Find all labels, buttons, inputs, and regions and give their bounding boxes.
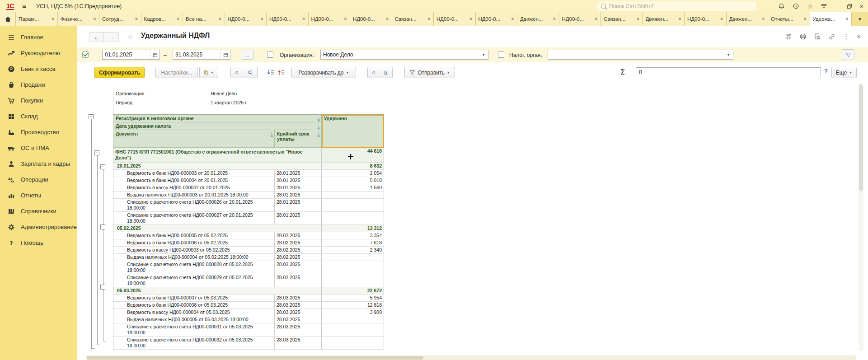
tab[interactable]: НД00-0...× bbox=[225, 12, 267, 26]
sidebar-item-factory[interactable]: Производство bbox=[0, 124, 77, 140]
document-cell[interactable]: Выдача наличных НД00-000004 от 05.02.202… bbox=[113, 254, 274, 261]
tab-close-icon[interactable]: × bbox=[845, 16, 849, 22]
tax-authority-checkbox[interactable] bbox=[498, 51, 504, 58]
sidebar-item-person[interactable]: Зарплата и кадры bbox=[0, 156, 77, 172]
deadline-cell[interactable]: 28.01.2025 bbox=[274, 177, 321, 184]
period-from-field[interactable]: 01.01.2025 bbox=[102, 50, 160, 60]
collapse-groups-icon[interactable] bbox=[267, 69, 276, 76]
history-icon[interactable] bbox=[793, 3, 799, 9]
add-favorite-star-icon[interactable]: ☆ bbox=[127, 33, 134, 41]
amount-cell[interactable]: 2 340 bbox=[321, 247, 384, 253]
tab[interactable]: Сотруд...× bbox=[99, 12, 141, 26]
document-cell[interactable]: Ведомость в банк НД00-000005 от 05.02.20… bbox=[113, 232, 274, 239]
sidebar-item-menu[interactable]: Главное bbox=[0, 29, 77, 45]
deadline-cell[interactable]: 28.03.2025 bbox=[274, 316, 321, 323]
tab[interactable]: Физиче...× bbox=[58, 12, 100, 26]
deadline-cell[interactable]: 28.02.2025 bbox=[274, 254, 321, 261]
amount-cell[interactable]: 3 900 bbox=[321, 309, 384, 316]
tab[interactable]: Парам...× bbox=[16, 12, 58, 26]
group-collapse-button[interactable]: − bbox=[94, 150, 99, 155]
more-button[interactable]: Еще▼ bbox=[831, 67, 857, 78]
document-cell[interactable]: Ведомость в кассу НД00-000004 от 05.03.2… bbox=[113, 309, 274, 316]
sidebar-item-help[interactable]: ?Помощь bbox=[0, 235, 77, 251]
favorites-star-icon[interactable]: ☆ bbox=[807, 3, 813, 9]
document-cell[interactable]: Списание с расчетного счета НД00-000029 … bbox=[113, 274, 274, 287]
amount-cell[interactable]: 1 560 bbox=[321, 184, 384, 191]
preview-button[interactable] bbox=[380, 67, 393, 78]
tab-close-icon[interactable]: × bbox=[553, 16, 556, 22]
notifications-bell-icon[interactable] bbox=[778, 3, 785, 9]
deadline-cell[interactable]: 28.02.2025 bbox=[274, 247, 321, 253]
sidebar-item-truck[interactable]: ОС и НМА bbox=[0, 140, 77, 156]
tab[interactable]: НД00-0...× bbox=[685, 12, 727, 26]
document-cell[interactable]: Ведомость в кассу НД00-000002 от 20.01.2… bbox=[113, 184, 274, 191]
sort-icon[interactable]: ↓≣ bbox=[270, 131, 273, 138]
minimize-icon[interactable]: – bbox=[835, 3, 839, 9]
group-collapse-button[interactable]: − bbox=[100, 285, 105, 290]
header-withhold-date[interactable]: Дата удержания налога ↓≣ bbox=[113, 122, 321, 130]
header-deadline[interactable]: Крайний срок уплаты ↓≣ bbox=[274, 130, 321, 147]
group-date-cell[interactable]: 05.02.2025 bbox=[113, 225, 321, 232]
deadline-cell[interactable]: 28.01.2025 bbox=[274, 199, 321, 211]
deadline-cell[interactable]: 28.02.2025 bbox=[274, 239, 321, 246]
tab-close-icon[interactable]: × bbox=[511, 16, 514, 22]
amount-cell[interactable] bbox=[321, 337, 384, 349]
header-registration[interactable]: Регистрация в налоговом органе ↓≣ bbox=[113, 115, 321, 122]
amount-cell[interactable]: 7 618 bbox=[321, 239, 384, 246]
organization-combo[interactable]: Новое Дело ▼ bbox=[320, 50, 488, 60]
search-button[interactable] bbox=[230, 67, 244, 78]
sidebar-item-bag[interactable]: Продажи bbox=[0, 77, 77, 93]
print-preview-icon[interactable] bbox=[814, 33, 821, 40]
combo-dropdown-icon[interactable]: ▼ bbox=[724, 50, 733, 59]
document-cell[interactable]: Ведомость в банк НД00-000003 от 20.01.20… bbox=[113, 170, 274, 177]
tab-close-icon[interactable]: × bbox=[469, 16, 472, 22]
tab-close-icon[interactable]: × bbox=[762, 16, 765, 22]
sidebar-item-trend[interactable]: Руководителю bbox=[0, 45, 77, 61]
document-cell[interactable]: Ведомость в банк НД00-000007 от 05.03.20… bbox=[113, 295, 274, 301]
send-button[interactable]: Отправить▼ bbox=[404, 67, 455, 78]
period-variants-button[interactable]: ... bbox=[241, 50, 253, 60]
deadline-cell[interactable]: 28.03.2025 bbox=[274, 309, 321, 316]
document-cell[interactable]: Выдача наличных НД00-000005 от 05.03.202… bbox=[113, 316, 274, 323]
group-collapse-button[interactable]: − bbox=[100, 224, 105, 229]
amount-cell[interactable] bbox=[321, 323, 384, 336]
deadline-cell[interactable]: 28.02.2025 bbox=[274, 232, 321, 239]
deadline-cell[interactable]: 28.02.2025 bbox=[274, 261, 321, 274]
tab-close-icon[interactable]: × bbox=[93, 16, 96, 22]
header-document[interactable]: Документ ↓≣ bbox=[113, 130, 274, 147]
sidebar-item-dtkt[interactable]: ДтКтОперации bbox=[0, 172, 77, 187]
calendar-icon[interactable] bbox=[150, 50, 160, 59]
tab[interactable]: Движен...× bbox=[643, 12, 685, 26]
tab-close-icon[interactable]: × bbox=[595, 16, 598, 22]
amount-cell[interactable] bbox=[321, 199, 384, 211]
document-cell[interactable]: Ведомость в банк НД00-000008 от 05.03.20… bbox=[113, 302, 274, 309]
tab[interactable]: Движен...× bbox=[517, 12, 559, 26]
amount-cell[interactable]: 12 818 bbox=[321, 302, 384, 309]
expand-to-button[interactable]: Разворачивать до▼ bbox=[291, 67, 356, 78]
tab[interactable]: НД00-0...× bbox=[309, 12, 351, 26]
amount-cell[interactable] bbox=[321, 212, 384, 224]
sidebar-item-chart[interactable]: Отчеты bbox=[0, 187, 77, 203]
horizontal-scrollbar[interactable] bbox=[86, 355, 856, 360]
more-actions-kebab-icon[interactable]: ⋮ bbox=[843, 33, 849, 40]
tab[interactable]: Все на...× bbox=[183, 12, 225, 26]
group-amount-cell[interactable]: 13 312 bbox=[321, 225, 384, 232]
report-variants-button[interactable]: ▼ bbox=[199, 67, 218, 78]
document-cell[interactable]: Списание с расчетного счета НД00-000026 … bbox=[113, 199, 274, 211]
sidebar-item-books[interactable]: Справочники bbox=[0, 203, 77, 219]
service-menu-icon[interactable] bbox=[821, 3, 827, 9]
amount-cell[interactable]: 3 354 bbox=[321, 232, 384, 239]
tab[interactable]: Отчеты...× bbox=[768, 12, 810, 26]
sidebar-item-warehouse[interactable]: Склад bbox=[0, 108, 77, 124]
tab[interactable]: НД00-0...× bbox=[559, 12, 601, 26]
amount-cell[interactable] bbox=[321, 192, 384, 198]
print-button[interactable] bbox=[367, 67, 380, 78]
tab[interactable]: НД00-0...× bbox=[267, 12, 309, 26]
document-cell[interactable]: Списание с расчетного счета НД00-000032 … bbox=[113, 337, 274, 349]
group-collapse-button[interactable]: − bbox=[100, 164, 105, 169]
global-search-input[interactable]: Поиск Ctrl+Shift+F bbox=[597, 1, 756, 11]
org-cell[interactable]: ФНС 7715 КПП 771501001 (Общество с огран… bbox=[113, 148, 321, 162]
tab-close-icon[interactable]: × bbox=[385, 16, 389, 22]
tab-close-icon[interactable]: × bbox=[427, 16, 431, 22]
deadline-cell[interactable]: 28.02.2025 bbox=[274, 274, 321, 287]
